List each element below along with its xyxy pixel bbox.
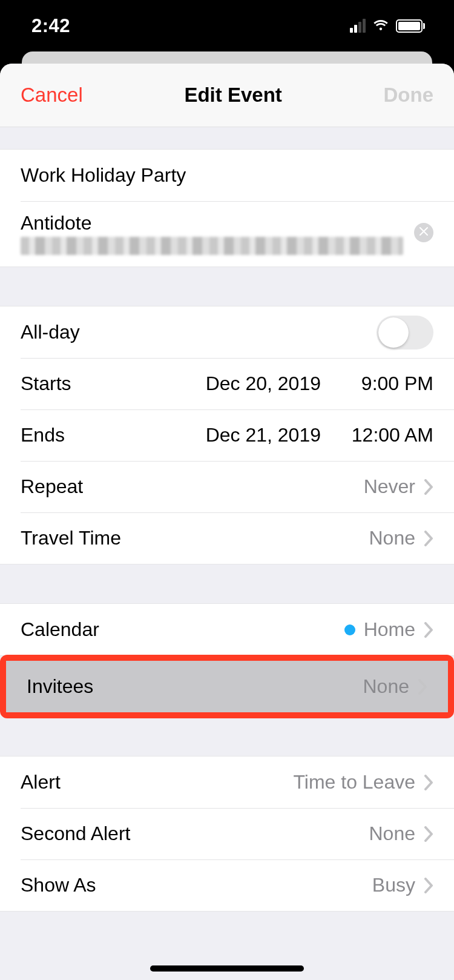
show-as-value: Busy xyxy=(372,874,415,896)
second-alert-row[interactable]: Second Alert None xyxy=(0,808,454,859)
travel-time-label: Travel Time xyxy=(21,527,121,549)
starts-label: Starts xyxy=(21,372,71,395)
starts-time: 9:00 PM xyxy=(343,372,433,395)
ends-row[interactable]: Ends Dec 21, 2019 12:00 AM xyxy=(0,409,454,461)
ends-label: Ends xyxy=(21,424,65,446)
starts-row[interactable]: Starts Dec 20, 2019 9:00 PM xyxy=(0,358,454,409)
location-address-redacted xyxy=(21,237,403,255)
chevron-right-icon xyxy=(424,775,433,790)
status-bar: 2:42 xyxy=(0,0,454,51)
status-time: 2:42 xyxy=(31,15,70,37)
travel-time-row[interactable]: Travel Time None xyxy=(0,512,454,564)
ends-date: Dec 21, 2019 xyxy=(206,424,321,446)
chevron-right-icon xyxy=(418,679,427,695)
invitees-row[interactable]: Invitees None xyxy=(6,661,448,712)
second-alert-value: None xyxy=(369,823,416,845)
title-location-group: Antidote xyxy=(0,149,454,267)
cellular-signal-icon xyxy=(350,19,366,33)
chevron-right-icon xyxy=(424,479,433,495)
calendar-label: Calendar xyxy=(21,618,99,641)
done-button[interactable]: Done xyxy=(384,84,434,107)
show-as-label: Show As xyxy=(21,874,96,896)
invitees-label: Invitees xyxy=(27,675,93,698)
show-as-row[interactable]: Show As Busy xyxy=(0,859,454,911)
repeat-label: Repeat xyxy=(21,475,83,498)
chevron-right-icon xyxy=(424,531,433,546)
alert-label: Alert xyxy=(21,771,61,793)
calendar-group: Calendar Home xyxy=(0,603,454,656)
invitees-value: None xyxy=(363,675,410,698)
all-day-toggle[interactable] xyxy=(377,316,433,349)
title-row[interactable] xyxy=(0,150,454,201)
repeat-value: Never xyxy=(364,475,415,498)
status-icons xyxy=(350,18,425,34)
chevron-right-icon xyxy=(424,622,433,638)
edit-event-sheet: Cancel Edit Event Done Antidote xyxy=(0,64,454,980)
location-row[interactable]: Antidote xyxy=(0,201,454,267)
calendar-row[interactable]: Calendar Home xyxy=(0,604,454,655)
alert-value: Time to Leave xyxy=(293,771,415,793)
chevron-right-icon xyxy=(424,878,433,893)
all-day-row[interactable]: All-day xyxy=(0,306,454,358)
page-title: Edit Event xyxy=(184,84,281,107)
alert-row[interactable]: Alert Time to Leave xyxy=(0,757,454,808)
second-alert-label: Second Alert xyxy=(21,823,130,845)
chevron-right-icon xyxy=(424,826,433,842)
clear-location-button[interactable] xyxy=(414,223,433,242)
starts-date: Dec 20, 2019 xyxy=(206,372,321,395)
wifi-icon xyxy=(372,18,390,34)
calendar-value: Home xyxy=(364,618,415,641)
all-day-label: All-day xyxy=(21,321,80,343)
invitees-group: Invitees None xyxy=(0,655,454,718)
calendar-color-dot xyxy=(344,624,355,635)
travel-time-value: None xyxy=(369,527,416,549)
highlight-annotation: Invitees None xyxy=(0,655,454,718)
location-name: Antidote xyxy=(21,212,403,234)
event-title-input[interactable] xyxy=(21,164,433,187)
toggle-knob xyxy=(378,317,409,348)
ends-time: 12:00 AM xyxy=(343,424,433,446)
repeat-row[interactable]: Repeat Never xyxy=(0,461,454,512)
nav-header: Cancel Edit Event Done xyxy=(0,64,454,127)
home-indicator[interactable] xyxy=(150,965,304,972)
battery-icon xyxy=(396,19,425,33)
form-content[interactable]: Antidote All-day Starts xyxy=(0,127,454,980)
cancel-button[interactable]: Cancel xyxy=(21,84,83,107)
close-icon xyxy=(419,227,428,238)
alert-group: Alert Time to Leave Second Alert None Sh… xyxy=(0,756,454,912)
time-group: All-day Starts Dec 20, 2019 9:00 PM Ends… xyxy=(0,306,454,564)
